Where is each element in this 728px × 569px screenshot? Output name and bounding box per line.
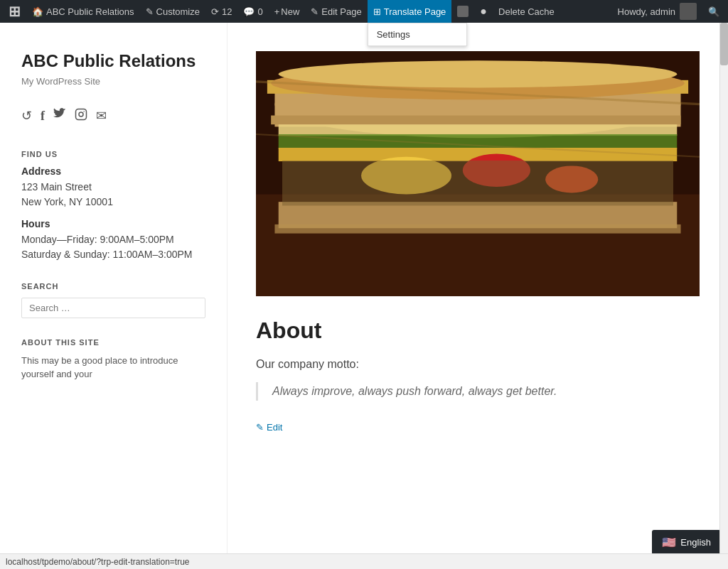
new-button[interactable]: + New (269, 0, 306, 23)
svg-rect-0 (76, 109, 87, 119)
svg-point-1 (79, 112, 83, 116)
status-dot-button[interactable]: ● (474, 0, 493, 23)
customize-button[interactable]: ✎ Customize (140, 0, 205, 23)
edit-page-label: Edit Page (321, 6, 361, 17)
comments-button[interactable]: 💬 0 (237, 0, 268, 23)
updates-count: 12 (222, 6, 232, 17)
address-line2: New York, NY 10001 (21, 195, 205, 210)
site-name-button[interactable]: 🏠 ABC Public Relations (26, 0, 140, 23)
about-section-text: This may be a good place to introduce yo… (21, 354, 205, 381)
social-icon-email[interactable]: ✉ (96, 108, 107, 124)
translate-dropdown: Settings (368, 23, 467, 46)
scrollbar-thumb[interactable] (720, 23, 728, 65)
svg-rect-9 (279, 134, 678, 149)
svg-rect-8 (279, 124, 678, 136)
hours-label: Hours (21, 218, 205, 229)
howdy-label: Howdy, admin (618, 6, 675, 17)
new-icon: + (274, 6, 280, 17)
comments-icon: 💬 (243, 6, 255, 17)
about-section-title: ABOUT THIS SITE (21, 338, 205, 347)
about-section: ABOUT THIS SITE This may be a good place… (21, 338, 205, 381)
sidebar: ABC Public Relations My WordPress Site ↺… (0, 23, 228, 569)
search-title: SEARCH (21, 282, 205, 291)
comments-count: 0 (257, 6, 262, 17)
hours-weekday: Monday—Friday: 9:00AM–5:00PM (21, 232, 205, 247)
svg-rect-14 (279, 202, 678, 228)
delete-cache-label: Delete Cache (498, 6, 555, 17)
site-name-label: ABC Public Relations (46, 6, 134, 17)
updates-button[interactable]: ⟳ 12 (205, 0, 237, 23)
scrollbar[interactable] (719, 23, 728, 553)
avatar (680, 3, 697, 20)
status-url: localhost/tpdemo/about/?trp-edit-transla… (6, 557, 190, 567)
social-icon-twitter[interactable] (53, 108, 66, 124)
site-wrapper: ABC Public Relations My WordPress Site ↺… (0, 23, 728, 569)
settings-menu-item[interactable]: Settings (368, 23, 466, 45)
translate-icon: ⊞ (373, 6, 381, 17)
customize-label: Customize (156, 6, 200, 17)
delete-cache-button[interactable]: Delete Cache (493, 0, 560, 23)
address-line1: 123 Main Street (21, 180, 205, 195)
translate-page-button[interactable]: ⊞ Translate Page Settings (368, 0, 452, 23)
edit-page-button[interactable]: ✎ Edit Page (305, 0, 367, 23)
main-content: About Our company motto: Always improve,… (228, 23, 728, 569)
translate-page-label: Translate Page (384, 6, 446, 17)
social-icons: ↺ f ✉ (21, 108, 205, 124)
svg-point-19 (279, 60, 678, 87)
social-icon-recycle[interactable]: ↺ (21, 108, 32, 124)
edit-link[interactable]: ✎ Edit (256, 422, 700, 433)
svg-rect-15 (274, 224, 680, 234)
hours-weekend: Saturday & Sunday: 11:00AM–3:00PM (21, 247, 205, 262)
quote-text: Always improve, always push forward, alw… (272, 382, 700, 401)
svg-rect-7 (271, 116, 680, 125)
customize-icon: ✎ (146, 6, 154, 17)
search-icon: 🔍 (708, 6, 719, 17)
new-label: New (281, 6, 299, 17)
svg-point-2 (83, 111, 85, 112)
status-bar: localhost/tpdemo/about/?trp-edit-transla… (0, 553, 728, 569)
search-section: SEARCH (21, 282, 205, 318)
social-icon-facebook[interactable]: f (41, 109, 45, 124)
address-label: Address (21, 166, 205, 177)
edit-label: Edit (267, 422, 282, 433)
howdy-button[interactable]: Howdy, admin (612, 0, 702, 23)
flag-icon: 🇺🇸 (662, 536, 676, 549)
language-label: English (680, 537, 711, 548)
svg-rect-16 (282, 161, 673, 205)
motto-label: Our company motto: (256, 358, 700, 371)
find-us-title: FIND US (21, 150, 205, 158)
wp-logo-icon: ⊞ (9, 3, 21, 20)
social-icon-instagram[interactable] (75, 108, 87, 124)
edit-page-icon: ✎ (311, 6, 318, 17)
hero-image (256, 51, 700, 296)
admin-bar: ⊞ 🏠 ABC Public Relations ✎ Customize ⟳ 1… (0, 0, 728, 23)
updates-icon: ⟳ (211, 6, 219, 17)
search-input[interactable] (21, 298, 205, 318)
home-icon: 🏠 (32, 6, 43, 17)
search-button[interactable]: 🔍 (702, 0, 725, 23)
page-title: About (256, 318, 700, 344)
status-dot-icon: ● (480, 5, 487, 18)
vc-icon (457, 6, 469, 17)
language-switcher[interactable]: 🇺🇸 English (652, 530, 721, 555)
site-tagline: My WordPress Site (21, 76, 205, 87)
wp-logo-button[interactable]: ⊞ (3, 0, 26, 23)
find-us-section: FIND US Address 123 Main Street New York… (21, 150, 205, 262)
visual-composer-button[interactable] (451, 0, 474, 23)
edit-pencil-icon: ✎ (256, 422, 264, 433)
site-title: ABC Public Relations (21, 51, 205, 72)
blockquote: Always improve, always push forward, alw… (256, 382, 700, 401)
